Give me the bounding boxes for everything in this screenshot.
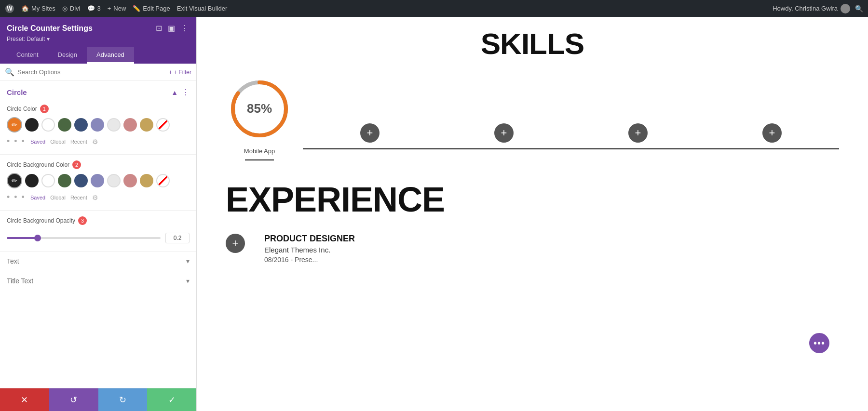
add-circle-button-2[interactable]: + (494, 123, 514, 143)
add-circle-button-1[interactable]: + (360, 123, 380, 143)
swatch-light-gray-2[interactable] (107, 174, 121, 187)
page-content: SKILLS 85% (197, 17, 868, 411)
redo-button[interactable]: ↻ (98, 388, 148, 411)
color-swatches-2: ✏ (7, 173, 190, 188)
opacity-slider-fill (7, 237, 38, 239)
divi-link[interactable]: ◎ Divi (62, 5, 81, 12)
panel-title-row: Circle Counter Settings ⊡ ▣ ⋮ (7, 23, 190, 34)
preset-label[interactable]: Preset: Default (7, 36, 45, 42)
active-color-swatch-1[interactable]: ✏ (7, 117, 22, 133)
gear-icon-2[interactable]: ⚙ (92, 194, 98, 201)
circle-bg-color-label: Circle Background Color 2 (7, 160, 190, 169)
swatch-lavender-1[interactable] (91, 118, 104, 132)
comments-link[interactable]: 💬 3 (87, 5, 101, 12)
swatch-navy-2[interactable] (74, 174, 88, 187)
exit-visual-builder-link[interactable]: Exit Visual Builder (177, 5, 228, 12)
confirm-button[interactable]: ✓ (147, 388, 196, 411)
wordpress-icon: W (5, 4, 14, 13)
swatch-none-1[interactable] (156, 118, 170, 132)
title-text-section[interactable]: Title Text ▾ (0, 271, 196, 291)
experience-section: + PRODUCT DESIGNER Elegant Themes Inc. 0… (226, 234, 839, 264)
add-circle-button-3[interactable]: + (628, 123, 648, 143)
swatch-white-2[interactable] (41, 174, 55, 187)
badge-1: 1 (40, 105, 49, 113)
search-icon[interactable]: 🔍 (855, 5, 863, 13)
skills-row: 85% Mobile App + + (226, 75, 839, 160)
circle-section-header[interactable]: Circle ▲ ⋮ (0, 81, 196, 101)
job-company: Elegant Themes Inc. (264, 246, 839, 254)
divider-2 (0, 210, 196, 211)
swatch-lavender-2[interactable] (91, 174, 104, 187)
swatch-white-1[interactable] (41, 118, 55, 132)
add-circle-button-4[interactable]: + (762, 123, 782, 143)
search-input[interactable] (17, 68, 169, 76)
gear-icon-1[interactable]: ⚙ (92, 138, 98, 146)
preset-chevron: ▾ (47, 36, 50, 42)
swatch-rose-1[interactable] (123, 118, 137, 132)
swatch-dark-green-1[interactable] (58, 118, 71, 132)
my-sites-link[interactable]: 🏠 My Sites (21, 5, 55, 12)
minimize-button[interactable]: ⊡ (155, 23, 163, 34)
skills-title: SKILLS (226, 27, 839, 61)
tabs-row: Content Design Advanced (7, 47, 190, 64)
expand-button[interactable]: ▣ (167, 23, 176, 34)
swatch-dark-green-2[interactable] (58, 174, 71, 187)
job-title: PRODUCT DESIGNER (264, 234, 839, 244)
svg-text:W: W (7, 5, 13, 12)
slot-line-2 (437, 148, 571, 149)
new-link[interactable]: + New (108, 5, 126, 12)
opacity-slider-thumb[interactable] (34, 235, 41, 241)
experience-title: EXPERIENCE (226, 180, 839, 219)
tab-content[interactable]: Content (7, 47, 48, 64)
more-options-button[interactable]: ⋮ (180, 23, 190, 34)
search-row: 🔍 + + Filter (0, 64, 196, 81)
slot-line-4 (705, 148, 839, 149)
swatch-gold-1[interactable] (140, 118, 153, 132)
tab-design[interactable]: Design (48, 47, 87, 64)
tab-advanced[interactable]: Advanced (87, 47, 134, 64)
main-layout: Circle Counter Settings ⊡ ▣ ⋮ Preset: De… (0, 17, 868, 411)
swatch-footer-1: • • • Saved Global Recent ⚙ (7, 135, 190, 148)
avatar (841, 4, 850, 13)
admin-bar-right: Howdy, Christina Gwira 🔍 (773, 4, 863, 13)
opacity-slider-row: 0.2 (7, 229, 190, 247)
chevron-up-icon: ▲ (171, 89, 178, 96)
slot-line-1 (303, 148, 437, 149)
add-buttons-row: + + + + (303, 99, 839, 149)
home-icon: 🏠 (21, 5, 29, 12)
swatch-gold-2[interactable] (140, 174, 153, 187)
cancel-button[interactable]: ✕ (0, 388, 49, 411)
text-section[interactable]: Text ▾ (0, 251, 196, 271)
saved-label-2[interactable]: Saved (30, 195, 45, 200)
experience-area: EXPERIENCE + PRODUCT DESIGNER Elegant Th… (226, 180, 839, 264)
undo-button[interactable]: ↺ (49, 388, 98, 411)
saved-label-1[interactable]: Saved (30, 139, 45, 145)
add-slot-4: + (705, 99, 839, 149)
opacity-value-box[interactable]: 0.2 (165, 233, 190, 243)
add-buttons-area: + + + + (303, 75, 839, 149)
floating-menu-button[interactable]: ••• (809, 333, 829, 353)
comment-icon: 💬 (87, 5, 95, 12)
circle-label: Mobile App (244, 147, 275, 155)
active-color-swatch-2[interactable]: ✏ (7, 173, 22, 188)
swatch-black-2[interactable] (25, 174, 39, 187)
color-swatches-1: ✏ (7, 117, 190, 133)
preset-row: Preset: Default ▾ (7, 36, 190, 42)
opacity-slider-track[interactable] (7, 237, 161, 239)
swatch-rose-2[interactable] (123, 174, 137, 187)
panel-header: Circle Counter Settings ⊡ ▣ ⋮ Preset: De… (0, 17, 196, 64)
section-dots-icon: ⋮ (182, 88, 190, 97)
circle-counter: 85% Mobile App (226, 75, 293, 160)
swatch-navy-1[interactable] (74, 118, 88, 132)
more-dots-2[interactable]: • • • (7, 192, 26, 202)
bottom-actions: ✕ ↺ ↻ ✓ (0, 388, 196, 411)
swatch-black-1[interactable] (25, 118, 39, 132)
add-experience-button[interactable]: + (226, 234, 245, 253)
edit-page-link[interactable]: ✏️ Edit Page (133, 5, 170, 12)
more-dots-1[interactable]: • • • (7, 136, 26, 146)
swatch-light-gray-1[interactable] (107, 118, 121, 132)
wp-logo-link[interactable]: W (5, 4, 14, 13)
slot-line-3 (571, 148, 705, 149)
filter-button[interactable]: + + Filter (169, 69, 191, 76)
swatch-none-2[interactable] (156, 174, 170, 187)
